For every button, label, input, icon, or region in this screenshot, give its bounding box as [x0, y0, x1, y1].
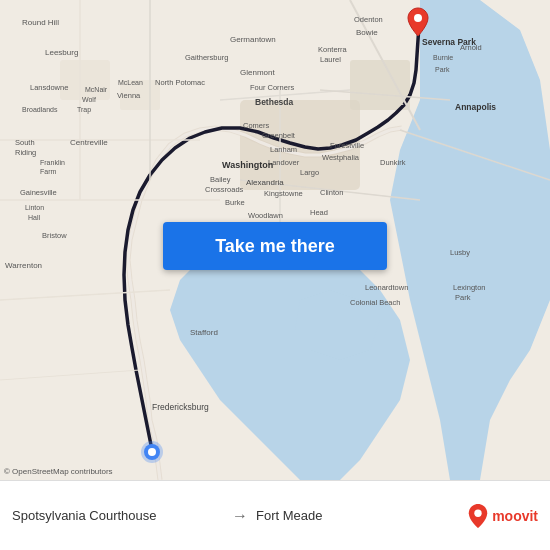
svg-text:McNair: McNair [85, 86, 108, 93]
svg-text:Lexington: Lexington [453, 283, 486, 292]
svg-text:Head: Head [310, 208, 328, 217]
origin-label: Spotsylvania Courthouse [12, 508, 224, 523]
svg-text:Hall: Hall [28, 214, 41, 221]
svg-text:Lusby: Lusby [450, 248, 470, 257]
svg-text:Vienna: Vienna [117, 91, 141, 100]
svg-text:Four Corners: Four Corners [250, 83, 294, 92]
svg-text:South: South [15, 138, 35, 147]
map-container: Round Hill Leesburg Lansdowne Broadlands… [0, 0, 550, 480]
take-me-there-button[interactable]: Take me there [163, 222, 387, 270]
svg-text:Germantown: Germantown [230, 35, 276, 44]
svg-text:Burke: Burke [225, 198, 245, 207]
svg-point-77 [414, 14, 422, 22]
svg-text:Comers: Comers [243, 121, 270, 130]
svg-text:Warrenton: Warrenton [5, 261, 42, 270]
svg-text:Greenbelt: Greenbelt [262, 131, 296, 140]
svg-text:Centreville: Centreville [70, 138, 108, 147]
destination-label: Fort Meade [256, 508, 468, 523]
svg-text:Konterra: Konterra [318, 45, 348, 54]
svg-text:Leesburg: Leesburg [45, 48, 78, 57]
svg-text:Park: Park [455, 293, 471, 302]
svg-point-80 [148, 448, 156, 456]
svg-text:Annapolis: Annapolis [455, 102, 496, 112]
moovit-brand-text: moovit [492, 508, 538, 524]
svg-text:Laurel: Laurel [320, 55, 341, 64]
svg-text:Stafford: Stafford [190, 328, 218, 337]
svg-text:Forestville: Forestville [330, 141, 364, 150]
svg-rect-2 [350, 60, 410, 110]
svg-text:Alexandria: Alexandria [246, 178, 284, 187]
svg-text:Bristow: Bristow [42, 231, 67, 240]
svg-text:Dunkirk: Dunkirk [380, 158, 406, 167]
svg-text:Woodlawn: Woodlawn [248, 211, 283, 220]
svg-text:Gainesville: Gainesville [20, 188, 57, 197]
attribution-text: © OpenStreetMap contributors [4, 467, 113, 476]
svg-text:Crossroads: Crossroads [205, 185, 244, 194]
svg-text:Round Hill: Round Hill [22, 18, 59, 27]
svg-text:Linton: Linton [25, 204, 44, 211]
svg-text:McLean: McLean [118, 79, 143, 86]
svg-text:North Potomac: North Potomac [155, 78, 205, 87]
svg-text:Bailey: Bailey [210, 175, 231, 184]
svg-text:Wolf: Wolf [82, 96, 96, 103]
svg-text:Gaithersburg: Gaithersburg [185, 53, 228, 62]
bottom-bar: Spotsylvania Courthouse → Fort Meade moo… [0, 480, 550, 550]
svg-text:Washington: Washington [222, 160, 273, 170]
origin-dot [141, 441, 163, 463]
svg-text:Largo: Largo [300, 168, 319, 177]
svg-text:Glenmont: Glenmont [240, 68, 275, 77]
svg-text:Clinton: Clinton [320, 188, 343, 197]
svg-point-81 [474, 509, 481, 516]
svg-text:Bowie: Bowie [356, 28, 378, 37]
svg-text:Bethesda: Bethesda [255, 97, 294, 107]
svg-text:Farm: Farm [40, 168, 57, 175]
svg-text:Park: Park [435, 66, 450, 73]
svg-text:Riding: Riding [15, 148, 36, 157]
svg-text:Arnold: Arnold [460, 43, 482, 52]
svg-text:Westphalia: Westphalia [322, 153, 360, 162]
svg-text:Fredericksburg: Fredericksburg [152, 402, 209, 412]
svg-text:Odenton: Odenton [354, 15, 383, 24]
moovit-logo: moovit [468, 504, 538, 528]
moovit-pin-icon [468, 504, 488, 528]
svg-text:Burnie: Burnie [433, 54, 453, 61]
svg-text:Kingstowne: Kingstowne [264, 189, 303, 198]
svg-text:Colonial Beach: Colonial Beach [350, 298, 400, 307]
arrow-icon: → [232, 507, 248, 525]
svg-text:Lansdowne: Lansdowne [30, 83, 68, 92]
svg-text:Leonardtown: Leonardtown [365, 283, 408, 292]
svg-text:Franklin: Franklin [40, 159, 65, 166]
svg-text:Broadlands: Broadlands [22, 106, 58, 113]
svg-text:Trap: Trap [77, 106, 91, 114]
svg-text:Lanham: Lanham [270, 145, 297, 154]
svg-rect-3 [60, 60, 110, 100]
